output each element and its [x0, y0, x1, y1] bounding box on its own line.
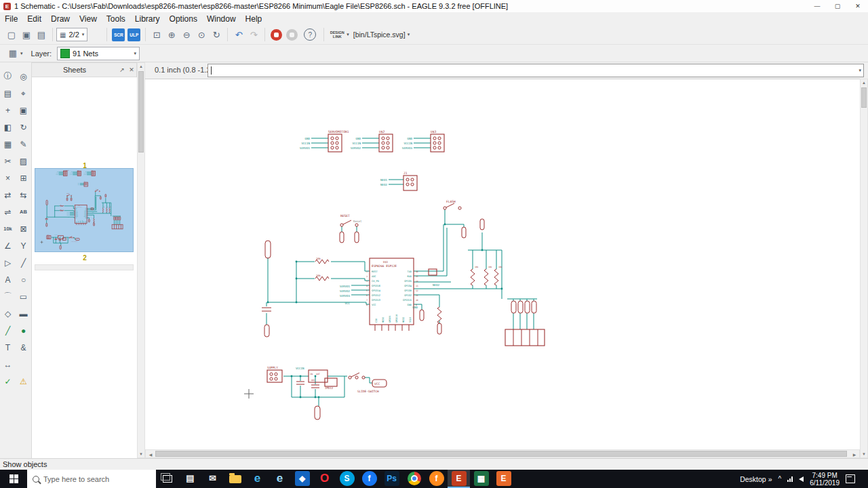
delete-icon[interactable]: × [0, 169, 16, 186]
taskbar-clock[interactable]: 7:49 PM 6/11/2019 [810, 472, 840, 487]
scroll-left-icon[interactable]: ◀ [147, 452, 154, 457]
zoom-fit-button[interactable]: ⊡ [149, 27, 164, 42]
pinswap-icon[interactable]: ⇄ [0, 186, 16, 203]
menu-draw[interactable]: Draw [46, 14, 75, 24]
rotate-icon[interactable]: ↻ [16, 119, 31, 136]
wire-icon[interactable]: ╱ [16, 254, 31, 271]
menu-help[interactable]: Help [241, 14, 267, 24]
circle-icon[interactable]: ○ [16, 271, 31, 288]
smash-icon[interactable]: ⊠ [16, 220, 31, 237]
info-icon[interactable]: ⓘ [0, 68, 16, 85]
taskbar-opera-icon[interactable]: O [313, 470, 336, 488]
close-button[interactable]: ✕ [848, 1, 868, 12]
task-view-button[interactable] [156, 470, 179, 488]
volume-icon[interactable] [799, 476, 804, 482]
gateswap-icon[interactable]: ⇆ [16, 186, 31, 203]
close-panel-icon[interactable]: ✕ [127, 66, 136, 73]
bus-icon[interactable]: ▬ [16, 305, 31, 322]
mirror-icon[interactable]: ◧ [0, 119, 16, 136]
undo-button[interactable]: ↶ [231, 27, 246, 42]
taskbar-edge-icon[interactable]: e [246, 470, 269, 488]
open-button[interactable]: ▢ [4, 27, 19, 42]
text-icon[interactable]: A [0, 271, 16, 288]
run-script-button[interactable]: SCR [112, 28, 125, 41]
errors-icon[interactable]: ⚠ [16, 373, 31, 390]
redo-button[interactable]: ↷ [246, 27, 261, 42]
copy-icon[interactable]: ▣ [16, 102, 31, 119]
sheet-1-thumbnail[interactable]: SERVOMOTOR1U$2U$3J1RESETFLASHResetU$1ESP… [35, 168, 134, 252]
value-icon[interactable]: 10k [0, 220, 16, 237]
scrollbar-thumb[interactable] [861, 87, 867, 108]
zoom-in-button[interactable]: ⊕ [164, 27, 179, 42]
hidden-icons-caret[interactable]: ^ [778, 475, 782, 483]
taskbar-ie-icon[interactable]: e [269, 470, 291, 488]
junction-icon[interactable]: ● [16, 322, 31, 339]
menu-window[interactable]: Window [202, 14, 241, 24]
layer-selector[interactable]: 91 Nets ▾ [57, 47, 140, 60]
print-button[interactable]: ▤ [34, 27, 49, 42]
group-icon[interactable]: ▦ [0, 136, 16, 152]
menu-edit[interactable]: Edit [22, 14, 46, 24]
menu-view[interactable]: View [75, 14, 102, 24]
label-icon[interactable]: T [0, 339, 16, 356]
show-icon[interactable]: ◎ [16, 68, 31, 85]
zoom-select-button[interactable]: ⊙ [194, 27, 209, 42]
zoom-out-button[interactable]: ⊖ [179, 27, 194, 42]
action-center-icon[interactable] [846, 474, 855, 483]
menu-options[interactable]: Options [165, 14, 202, 24]
taskbar-skype-icon[interactable]: S [336, 470, 358, 488]
minimize-button[interactable]: — [807, 1, 827, 12]
taskbar-facebook-icon[interactable]: f [358, 470, 380, 488]
help-button[interactable]: ? [304, 28, 316, 41]
scroll-up-icon[interactable]: ▲ [138, 64, 144, 68]
schematic-drawing[interactable]: SERVOMOTOR1U$2U$3J1RESETFLASHResetU$1ESP… [145, 79, 860, 450]
taskbar-photoshop-icon[interactable]: Ps [380, 470, 403, 488]
taskbar-file-explorer-icon[interactable] [224, 470, 246, 488]
add-icon[interactable]: ⊞ [16, 169, 31, 186]
cut-icon[interactable]: ✂ [0, 152, 16, 169]
erc-icon[interactable]: ✓ [0, 373, 16, 390]
replace-icon[interactable]: ⇌ [0, 203, 16, 220]
sheet-2-thumbnail[interactable] [35, 264, 134, 270]
start-button[interactable] [0, 470, 27, 488]
change-icon[interactable]: ✎ [16, 136, 31, 152]
taskbar-store-icon[interactable]: ▤ [179, 470, 201, 488]
taskbar-search[interactable]: Type here to search [27, 470, 156, 488]
invoke-icon[interactable]: ▷ [0, 254, 16, 271]
maximize-button[interactable]: ▢ [827, 1, 848, 12]
sheet-selector[interactable]: ▦ 2/2 ▾ [56, 28, 87, 41]
name-icon[interactable]: AB [16, 203, 31, 220]
attribute-icon[interactable]: & [16, 339, 31, 356]
mark-icon[interactable]: ⌖ [16, 85, 31, 102]
canvas-horizontal-scrollbar[interactable]: ◀ ▶ [145, 449, 860, 458]
stop-button[interactable] [271, 29, 282, 41]
scrollbar-thumb[interactable] [155, 451, 847, 457]
run-ulp-button[interactable]: ULP [127, 28, 140, 41]
arc-icon[interactable]: ⌒ [0, 288, 16, 305]
dimension-icon[interactable]: ↔ [0, 356, 16, 373]
taskbar-photos-icon[interactable]: ◆ [291, 470, 313, 488]
net-icon[interactable]: ╱ [0, 322, 16, 339]
command-input[interactable] [208, 66, 859, 75]
go-button[interactable] [286, 29, 298, 41]
menu-file[interactable]: File [0, 14, 22, 24]
chevron-down-icon[interactable]: ▾ [859, 68, 863, 73]
canvas-vertical-scrollbar[interactable]: ▲ ▼ [860, 79, 868, 458]
design-link-button[interactable]: DESIGN LINK [328, 30, 347, 39]
taskbar-eagle-control-panel-icon[interactable]: E [492, 470, 515, 488]
move-icon[interactable]: + [0, 102, 16, 119]
scrollbar-thumb[interactable] [138, 71, 144, 152]
sheet-2-label[interactable]: 2 [32, 254, 138, 262]
ltspice-dropdown[interactable]: [bin/LTspice.svg] ▾ [353, 30, 410, 39]
desktop-toolbar[interactable]: Desktop » [740, 475, 772, 483]
scroll-down-icon[interactable]: ▼ [138, 452, 144, 456]
polygon-icon[interactable]: ◇ [0, 305, 16, 322]
taskbar-firefox-icon[interactable]: f [425, 470, 448, 488]
scroll-down-icon[interactable]: ▼ [861, 452, 867, 456]
taskbar-chrome-icon[interactable] [403, 470, 425, 488]
sheets-scrollbar[interactable]: ▲ ▼ [137, 62, 145, 458]
scroll-up-icon[interactable]: ▲ [861, 81, 867, 85]
display-icon[interactable]: ▤ [0, 85, 16, 102]
network-icon[interactable] [787, 476, 793, 482]
float-panel-icon[interactable]: ↗ [117, 66, 127, 73]
